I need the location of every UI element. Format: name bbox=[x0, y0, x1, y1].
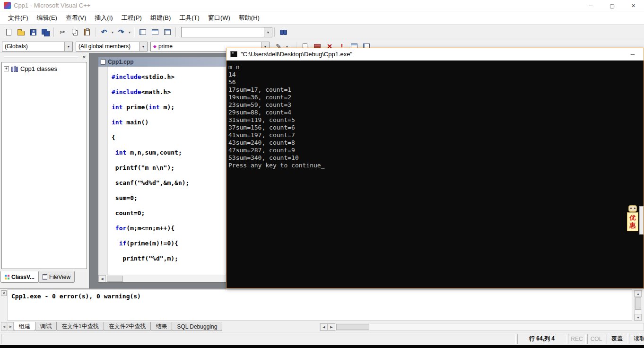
output-pane-icon[interactable] bbox=[149, 26, 161, 38]
console-line: 29sum=88, count=4 bbox=[228, 109, 644, 116]
undo-dropdown-icon[interactable]: ▼ bbox=[110, 26, 115, 38]
workspace-panel: ✕ + Cpp1 classes ClassV... FileView bbox=[0, 53, 89, 283]
classes-icon bbox=[11, 66, 18, 72]
ad-mascot-icon[interactable] bbox=[628, 205, 637, 212]
output-tab-bar: ◀ ▶ 组建调试在文件1中查找在文件2中查找结果SQL Debugging bbox=[1, 322, 222, 331]
title-bar: Cpp1 - Microsoft Visual C++ ─ ▢ ✕ bbox=[0, 0, 644, 11]
output-vertical-scrollbar[interactable]: ▲ ▼ bbox=[634, 290, 642, 321]
redo-icon[interactable]: ↷ bbox=[115, 26, 127, 38]
menu-item-3[interactable]: 插入(I) bbox=[90, 11, 117, 25]
menu-item-7[interactable]: 窗口(W) bbox=[204, 11, 235, 25]
console-minimize-button[interactable]: ─ bbox=[626, 51, 640, 58]
ad-badge[interactable]: 优惠 bbox=[627, 212, 638, 231]
scroll-left-icon[interactable]: ◀ bbox=[98, 275, 106, 282]
menu-item-0[interactable]: 文件(F) bbox=[4, 11, 33, 25]
redo-dropdown-icon[interactable]: ▼ bbox=[127, 26, 132, 38]
console-text[interactable]: m n145617sum=17, count=119sum=36, count=… bbox=[226, 61, 644, 288]
scope-dropdown-icon[interactable]: ▼ bbox=[64, 42, 72, 51]
expand-icon[interactable]: + bbox=[4, 66, 9, 71]
classview-tab-icon bbox=[5, 275, 9, 279]
find-dropdown-icon[interactable]: ▼ bbox=[264, 27, 272, 37]
col-indicator: COL bbox=[587, 334, 605, 344]
filter-dropdown-icon[interactable]: ▼ bbox=[139, 42, 147, 51]
tab-scroll-right-icon[interactable]: ▶ bbox=[8, 322, 14, 331]
output-tab-0[interactable]: 组建 bbox=[14, 322, 35, 331]
tab-classview[interactable]: ClassV... bbox=[0, 271, 39, 283]
open-file-icon[interactable] bbox=[15, 26, 27, 38]
filter-combobox[interactable]: (All global members) ▼ bbox=[76, 42, 148, 52]
menu-item-1[interactable]: 编辑(E) bbox=[33, 11, 61, 25]
paste-icon[interactable] bbox=[81, 26, 93, 38]
menu-item-4[interactable]: 工程(P) bbox=[117, 11, 146, 25]
console-line: 14 bbox=[228, 71, 644, 78]
console-line: 47sum=287, count=9 bbox=[228, 147, 644, 154]
close-button[interactable]: ✕ bbox=[623, 0, 644, 11]
output-close-icon[interactable]: ✕ bbox=[1, 290, 7, 296]
build-output-text: Cpp1.exe - 0 error(s), 0 warning(s) bbox=[7, 289, 632, 321]
console-line: m n bbox=[228, 63, 644, 71]
drag-handle[interactable] bbox=[4, 56, 78, 58]
menu-item-2[interactable]: 查看(V) bbox=[61, 11, 90, 25]
ad-overlay[interactable]: 优惠 bbox=[627, 205, 639, 231]
console-line: 37sum=156, count=6 bbox=[228, 124, 644, 131]
find-combobox[interactable]: ▼ bbox=[181, 27, 272, 37]
find-input[interactable] bbox=[182, 28, 264, 36]
maximize-button[interactable]: ▢ bbox=[601, 0, 623, 11]
console-line: 43sum=240, count=8 bbox=[228, 139, 644, 147]
save-all-icon[interactable] bbox=[39, 26, 52, 38]
tab-fileview[interactable]: FileView bbox=[38, 271, 75, 283]
status-message-cell bbox=[1, 334, 516, 344]
menu-item-6[interactable]: 工具(T) bbox=[175, 11, 204, 25]
taskbar-strip bbox=[0, 345, 644, 348]
console-cursor: _ bbox=[321, 162, 325, 169]
cut-icon[interactable]: ✂ bbox=[56, 26, 69, 38]
application-window: Cpp1 - Microsoft Visual C++ ─ ▢ ✕ 文件(F)编… bbox=[0, 0, 644, 348]
save-icon[interactable] bbox=[27, 26, 39, 38]
tree-root-item[interactable]: + Cpp1 classes bbox=[4, 65, 85, 72]
overwrite-indicator: 覆盖 bbox=[607, 334, 627, 344]
output-horizontal-scrollbar[interactable]: ◀ ▶ bbox=[320, 323, 644, 331]
scroll-up-icon[interactable]: ▲ bbox=[635, 290, 642, 297]
output-tab-4[interactable]: 结果 bbox=[150, 322, 172, 331]
menu-item-8[interactable]: 帮助(H) bbox=[235, 11, 264, 25]
output-tab-5[interactable]: SQL Debugging bbox=[172, 322, 222, 331]
console-line: 41sum=197, count=7 bbox=[228, 131, 644, 139]
console-line: Press any key to continue_ bbox=[228, 162, 644, 169]
window-list-icon[interactable] bbox=[161, 26, 174, 38]
scroll-left-icon[interactable]: ◀ bbox=[320, 323, 328, 331]
copy-icon[interactable] bbox=[69, 26, 81, 38]
console-line: 17sum=17, count=1 bbox=[228, 86, 644, 94]
output-tab-1[interactable]: 调试 bbox=[35, 322, 57, 331]
output-tab-3[interactable]: 在文件2中查找 bbox=[104, 322, 151, 331]
find-in-files-icon[interactable] bbox=[277, 26, 289, 38]
workspace-pane-icon[interactable] bbox=[137, 26, 149, 38]
menu-bar: 文件(F)编辑(E)查看(V)插入(I)工程(P)组建(B)工具(T)窗口(W)… bbox=[0, 11, 644, 25]
rec-indicator: REC bbox=[568, 334, 586, 344]
minimize-button[interactable]: ─ bbox=[580, 0, 601, 11]
workspace-panel-header[interactable]: ✕ bbox=[0, 53, 89, 61]
ad-scrollbar[interactable] bbox=[639, 206, 644, 235]
selection-margin bbox=[98, 67, 108, 275]
scroll-thumb[interactable] bbox=[336, 324, 369, 330]
scroll-down-icon[interactable]: ▼ bbox=[635, 314, 642, 321]
output-tab-2[interactable]: 在文件1中查找 bbox=[56, 322, 104, 331]
scroll-right-icon[interactable]: ▶ bbox=[328, 323, 335, 331]
function-diamond-icon: ◆ bbox=[153, 44, 157, 49]
tab-scroll-left-icon[interactable]: ◀ bbox=[1, 322, 7, 331]
standard-toolbar: ✂ ↶ ▼ ↷ ▼ ▼ bbox=[0, 25, 644, 40]
scope-combobox[interactable]: (Globals) ▼ bbox=[2, 42, 73, 52]
workspace-close-icon[interactable]: ✕ bbox=[81, 54, 87, 60]
new-file-icon[interactable] bbox=[2, 26, 15, 38]
console-title: "C:\Users\dell\Desktop\Debug\Cpp1.exe" bbox=[241, 51, 352, 58]
scroll-thumb[interactable] bbox=[635, 297, 641, 310]
scroll-thumb[interactable] bbox=[107, 276, 123, 282]
console-title-bar[interactable]: "C:\Users\dell\Desktop\Debug\Cpp1.exe" ─ bbox=[226, 48, 644, 61]
menu-item-5[interactable]: 组建(B) bbox=[146, 11, 175, 25]
console-line: 56 bbox=[228, 78, 644, 86]
toolbar-separator bbox=[53, 27, 54, 37]
read-indicator: 读取 bbox=[629, 334, 644, 344]
console-window: "C:\Users\dell\Desktop\Debug\Cpp1.exe" ─… bbox=[226, 48, 644, 288]
console-line: 19sum=36, count=2 bbox=[228, 94, 644, 101]
undo-icon[interactable]: ↶ bbox=[98, 26, 110, 38]
window-title: Cpp1 - Microsoft Visual C++ bbox=[14, 2, 90, 9]
